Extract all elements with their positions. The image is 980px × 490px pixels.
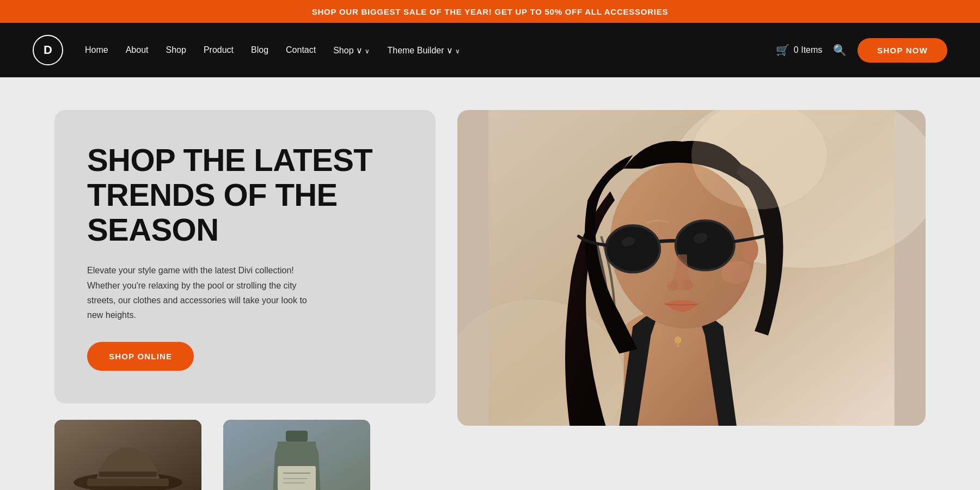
site-logo[interactable]: D xyxy=(33,35,63,65)
hero-title: SHOP THE LATEST TRENDS OF THE SEASON xyxy=(87,143,403,247)
navbar: D Home About Shop Product xyxy=(0,23,980,77)
banner-text: SHOP OUR BIGGEST SALE OF THE YEAR! GET U… xyxy=(312,7,668,16)
nav-item-about[interactable]: About xyxy=(126,45,149,55)
nav-link-contact[interactable]: Contact xyxy=(286,45,316,54)
chevron-down-icon: ∨ xyxy=(446,46,453,55)
nav-link-product[interactable]: Product xyxy=(204,45,234,54)
nav-item-home[interactable]: Home xyxy=(85,45,108,55)
hero-image xyxy=(457,110,926,426)
shop-online-button[interactable]: SHOP ONLINE xyxy=(87,342,194,371)
chevron-down-icon: ∨ xyxy=(356,46,363,55)
hero-description: Elevate your style game with the latest … xyxy=(87,263,316,322)
nav-item-blog[interactable]: Blog xyxy=(251,45,268,55)
bottom-thumbnails xyxy=(54,420,436,490)
thumbnail-hat[interactable] xyxy=(54,420,201,490)
navbar-right: 🛒 0 Items 🔍 SHOP NOW xyxy=(776,38,947,63)
nav-link-blog[interactable]: Blog xyxy=(251,45,268,54)
svg-point-15 xyxy=(676,344,680,347)
hero-left: SHOP THE LATEST TRENDS OF THE SEASON Ele… xyxy=(54,110,436,490)
svg-point-14 xyxy=(675,336,682,344)
svg-rect-5 xyxy=(286,431,308,442)
top-banner: SHOP OUR BIGGEST SALE OF THE YEAR! GET U… xyxy=(0,0,980,23)
cart-area[interactable]: 🛒 0 Items xyxy=(776,44,822,57)
navbar-left: D Home About Shop Product xyxy=(33,35,460,65)
shop-now-button[interactable]: SHOP NOW xyxy=(857,38,947,63)
svg-point-19 xyxy=(607,226,659,272)
hero-card: SHOP THE LATEST TRENDS OF THE SEASON Ele… xyxy=(54,110,436,403)
svg-rect-7 xyxy=(278,466,316,490)
nav-link-about[interactable]: About xyxy=(126,45,149,54)
nav-item-shop[interactable]: Shop xyxy=(166,45,186,55)
cart-count: 0 Items xyxy=(794,45,822,55)
svg-rect-2 xyxy=(87,479,169,486)
nav-links: Home About Shop Product Blog xyxy=(85,45,460,56)
svg-point-27 xyxy=(682,280,693,291)
nav-item-contact[interactable]: Contact xyxy=(286,45,316,55)
nav-item-product[interactable]: Product xyxy=(204,45,234,55)
nav-item-theme-builder[interactable]: Theme Builder ∨ xyxy=(387,45,460,56)
cart-icon: 🛒 xyxy=(776,44,789,57)
svg-point-26 xyxy=(667,280,678,291)
thumbnail-bottle[interactable] xyxy=(223,420,370,490)
nav-link-shop-dropdown[interactable]: Shop ∨ xyxy=(333,46,370,55)
logo-letter: D xyxy=(44,43,52,57)
nav-link-shop[interactable]: Shop xyxy=(166,45,186,54)
nav-link-theme-builder[interactable]: Theme Builder ∨ xyxy=(387,46,460,55)
svg-rect-3 xyxy=(99,471,157,477)
search-icon[interactable]: 🔍 xyxy=(833,44,847,57)
main-content: SHOP THE LATEST TRENDS OF THE SEASON Ele… xyxy=(0,77,980,490)
nav-link-home[interactable]: Home xyxy=(85,45,108,54)
nav-item-shop-dropdown[interactable]: Shop ∨ xyxy=(333,45,370,56)
